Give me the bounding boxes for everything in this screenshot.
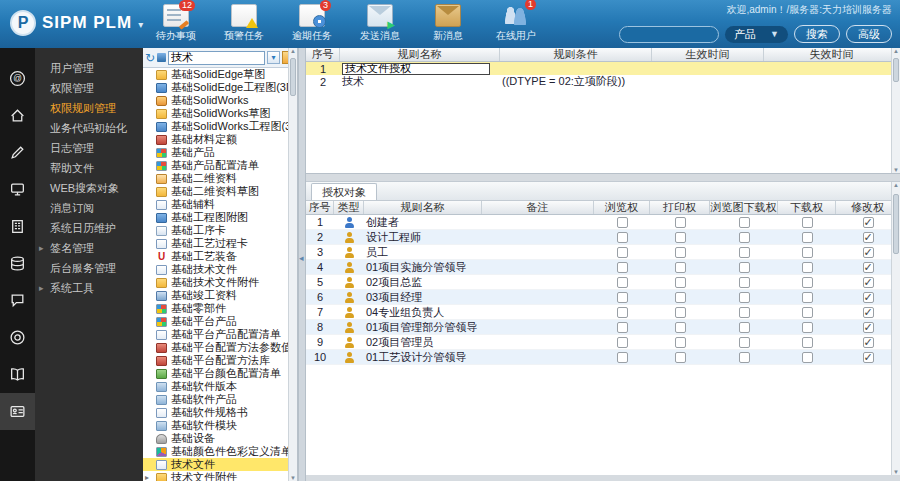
modify-permission-checkbox[interactable] bbox=[863, 262, 874, 273]
tree-item[interactable]: 基础软件模块 bbox=[143, 419, 288, 432]
tree-view-icon[interactable] bbox=[157, 53, 166, 62]
auth-table-row[interactable]: 902项目管理员 bbox=[306, 335, 900, 350]
auth-table-row[interactable]: 704专业组负责人 bbox=[306, 305, 900, 320]
modify-permission-checkbox[interactable] bbox=[863, 307, 874, 318]
print-permission-checkbox[interactable] bbox=[675, 292, 686, 303]
nav-crm-badge[interactable]: @ bbox=[0, 60, 35, 97]
download-permission-checkbox[interactable] bbox=[802, 292, 813, 303]
scrollbar-thumb[interactable] bbox=[290, 58, 296, 96]
auth-column-header[interactable]: 浏览图下载权 bbox=[710, 201, 778, 214]
tree-scrollbar[interactable]: ▲ ▼ bbox=[288, 48, 297, 481]
view-permission-checkbox[interactable] bbox=[617, 337, 628, 348]
tree-item[interactable]: 基础颜色件色彩定义清单 bbox=[143, 445, 288, 458]
download-permission-checkbox[interactable] bbox=[802, 322, 813, 333]
scroll-up-icon[interactable]: ▲ bbox=[892, 182, 900, 188]
print-permission-checkbox[interactable] bbox=[675, 277, 686, 288]
new-message-toolbar-item[interactable]: 新消息 bbox=[422, 4, 474, 43]
locate-button[interactable]: ▾ bbox=[267, 51, 280, 64]
search-button[interactable]: 搜索 bbox=[794, 25, 840, 43]
download-permission-checkbox[interactable] bbox=[802, 307, 813, 318]
sidebar-item[interactable]: 日志管理 bbox=[35, 138, 143, 158]
scroll-down-icon[interactable]: ▼ bbox=[892, 469, 900, 475]
download-permission-checkbox[interactable] bbox=[802, 262, 813, 273]
auth-table-row[interactable]: 502项目总监 bbox=[306, 275, 900, 290]
tab-authorized-objects[interactable]: 授权对象 bbox=[311, 183, 377, 200]
view-permission-checkbox[interactable] bbox=[617, 352, 628, 363]
collapse-left-icon[interactable]: ◂ bbox=[299, 253, 304, 263]
rules-column-header[interactable]: 生效时间 bbox=[652, 48, 764, 61]
send-message-toolbar-item[interactable]: 发送消息 bbox=[354, 4, 406, 43]
modify-permission-checkbox[interactable] bbox=[863, 217, 874, 228]
download-permission-checkbox[interactable] bbox=[802, 337, 813, 348]
advanced-search-button[interactable]: 高级 bbox=[846, 25, 892, 43]
nav-monitor[interactable] bbox=[0, 171, 35, 208]
todo-toolbar-item[interactable]: 12待办事项 bbox=[150, 4, 202, 43]
auth-column-header[interactable]: 下载权 bbox=[778, 201, 836, 214]
drawing-download-permission-checkbox[interactable] bbox=[739, 277, 750, 288]
print-permission-checkbox[interactable] bbox=[675, 307, 686, 318]
nav-chat[interactable] bbox=[0, 282, 35, 319]
modify-permission-checkbox[interactable] bbox=[863, 337, 874, 348]
modify-permission-checkbox[interactable] bbox=[863, 232, 874, 243]
auth-table-row[interactable]: 603项目经理 bbox=[306, 290, 900, 305]
scroll-up-icon[interactable]: ▲ bbox=[289, 48, 297, 54]
sidebar-item[interactable]: 权限管理 bbox=[35, 78, 143, 98]
modify-permission-checkbox[interactable] bbox=[863, 292, 874, 303]
nav-building[interactable] bbox=[0, 208, 35, 245]
view-permission-checkbox[interactable] bbox=[617, 217, 628, 228]
online-users-toolbar-item[interactable]: 1在线用户 bbox=[490, 4, 542, 43]
view-permission-checkbox[interactable] bbox=[617, 232, 628, 243]
view-permission-checkbox[interactable] bbox=[617, 322, 628, 333]
modify-permission-checkbox[interactable] bbox=[863, 352, 874, 363]
modify-permission-checkbox[interactable] bbox=[863, 277, 874, 288]
app-logo[interactable]: P SIPM PLM ▾ bbox=[10, 10, 143, 36]
sidebar-item[interactable]: 帮助文件 bbox=[35, 158, 143, 178]
sidebar-item[interactable]: 用户管理 bbox=[35, 58, 143, 78]
auth-table-row[interactable]: 3员工 bbox=[306, 245, 900, 260]
rules-column-header[interactable]: 规则条件 bbox=[500, 48, 652, 61]
auth-table-row[interactable]: 801项目管理部分管领导 bbox=[306, 320, 900, 335]
scroll-down-icon[interactable]: ▼ bbox=[289, 475, 297, 481]
scroll-up-icon[interactable]: ▲ bbox=[892, 48, 900, 54]
drawing-download-permission-checkbox[interactable] bbox=[739, 322, 750, 333]
rules-scrollbar[interactable]: ▲ ▼ bbox=[891, 48, 900, 173]
view-permission-checkbox[interactable] bbox=[617, 292, 628, 303]
sidebar-item[interactable]: 系统日历维护 bbox=[35, 218, 143, 238]
search-input[interactable] bbox=[619, 26, 719, 43]
auth-table-row[interactable]: 1001工艺设计分管领导 bbox=[306, 350, 900, 365]
overdue-task-toolbar-item[interactable]: 3逾期任务 bbox=[286, 4, 338, 43]
auth-column-header[interactable]: 类型 bbox=[334, 201, 364, 214]
tree-filter-input[interactable] bbox=[168, 51, 265, 65]
scrollbar-thumb[interactable] bbox=[893, 58, 899, 82]
drawing-download-permission-checkbox[interactable] bbox=[739, 232, 750, 243]
view-permission-checkbox[interactable] bbox=[617, 277, 628, 288]
drawing-download-permission-checkbox[interactable] bbox=[739, 292, 750, 303]
auth-column-header[interactable]: 浏览权 bbox=[594, 201, 650, 214]
print-permission-checkbox[interactable] bbox=[675, 262, 686, 273]
modify-permission-checkbox[interactable] bbox=[863, 322, 874, 333]
download-permission-checkbox[interactable] bbox=[802, 352, 813, 363]
auth-column-header[interactable]: 序号 bbox=[306, 201, 334, 214]
rules-table-row[interactable]: 2技术((DTYPE = 02:立项阶段)) bbox=[306, 75, 900, 88]
nav-home[interactable] bbox=[0, 97, 35, 134]
sidebar-item[interactable]: ▸签名管理 bbox=[35, 238, 143, 258]
print-permission-checkbox[interactable] bbox=[675, 352, 686, 363]
search-category-dropdown[interactable]: 产品 ▼ bbox=[725, 26, 788, 43]
print-permission-checkbox[interactable] bbox=[675, 322, 686, 333]
nav-database[interactable] bbox=[0, 245, 35, 282]
sidebar-item[interactable]: 业务代码初始化 bbox=[35, 118, 143, 138]
sidebar-item[interactable]: ▸系统工具 bbox=[35, 278, 143, 298]
auth-table-row[interactable]: 401项目实施分管领导 bbox=[306, 260, 900, 275]
refresh-icon[interactable]: ↻ bbox=[145, 52, 155, 64]
download-permission-checkbox[interactable] bbox=[802, 217, 813, 228]
drawing-download-permission-checkbox[interactable] bbox=[739, 352, 750, 363]
auth-column-header[interactable]: 备注 bbox=[482, 201, 594, 214]
drawing-download-permission-checkbox[interactable] bbox=[739, 307, 750, 318]
sidebar-item[interactable]: 权限规则管理 bbox=[35, 98, 143, 118]
print-permission-checkbox[interactable] bbox=[675, 247, 686, 258]
nav-target[interactable] bbox=[0, 319, 35, 356]
tree-item[interactable]: ▸技术文件附件 bbox=[143, 471, 288, 481]
rules-column-header[interactable]: 规则名称 bbox=[340, 48, 500, 61]
auth-scrollbar[interactable]: ▲ ▼ bbox=[891, 182, 900, 475]
rules-column-header[interactable]: 序号 bbox=[306, 48, 340, 61]
